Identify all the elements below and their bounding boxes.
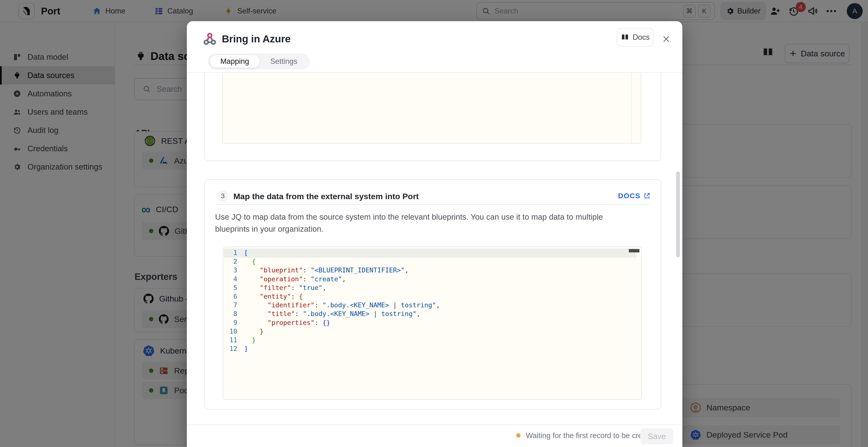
line-number: 10 bbox=[223, 327, 244, 336]
modal-scroll-area: 3 Map the data from the external system … bbox=[187, 73, 682, 424]
modal-title: Bring in Azure bbox=[222, 31, 290, 47]
jq-mapping-editor[interactable]: 1[2 {3 "blueprint": "<BLUEPRINT_IDENTIFI… bbox=[223, 247, 642, 400]
line-content: "blueprint": "<BLUEPRINT_IDENTIFIER>", bbox=[244, 266, 409, 275]
tab-settings[interactable]: Settings bbox=[260, 55, 308, 68]
footer-status-text: Waiting for the first record to be creat… bbox=[526, 431, 657, 440]
step-heading: Map the data from the external system in… bbox=[234, 192, 419, 201]
line-number: 9 bbox=[223, 318, 244, 327]
bring-in-azure-modal: Bring in Azure Docs Mapping Settings 3 M… bbox=[187, 21, 682, 447]
line-content: } bbox=[244, 336, 256, 344]
status-dot-orange bbox=[516, 433, 521, 438]
line-content: "identifier": ".body.<KEY_NAME> | tostri… bbox=[244, 301, 440, 309]
line-content: ] bbox=[244, 344, 248, 353]
code-line: 9 "properties": {} bbox=[223, 318, 641, 327]
external-link-icon bbox=[643, 192, 651, 199]
code-line: 10 } bbox=[223, 327, 641, 336]
line-number: 6 bbox=[223, 292, 244, 301]
line-number: 7 bbox=[223, 301, 244, 309]
step-number: 3 bbox=[217, 190, 228, 202]
modal-scrollbar-thumb[interactable] bbox=[676, 171, 680, 257]
code-line: 12] bbox=[223, 344, 641, 353]
line-content: "properties": {} bbox=[244, 318, 330, 327]
code-line: 11 } bbox=[223, 336, 641, 344]
line-content: [ bbox=[244, 248, 248, 257]
step-3-card: 3 Map the data from the external system … bbox=[205, 179, 661, 409]
modal-footer: Waiting for the first record to be creat… bbox=[187, 424, 682, 447]
line-number: 4 bbox=[223, 275, 244, 283]
book-icon bbox=[621, 33, 629, 42]
modal-tabs: Mapping Settings bbox=[208, 54, 310, 69]
line-content: "filter": "true", bbox=[244, 283, 326, 292]
line-number: 12 bbox=[223, 344, 244, 353]
code-line: 8 "title": ".body.<KEY_NAME> | tostring"… bbox=[223, 309, 641, 318]
line-number: 11 bbox=[223, 336, 244, 344]
tab-mapping[interactable]: Mapping bbox=[210, 55, 260, 68]
step-divider bbox=[215, 204, 651, 205]
line-number: 2 bbox=[223, 257, 244, 266]
code-line: 7 "identifier": ".body.<KEY_NAME> | tost… bbox=[223, 301, 641, 309]
step-docs-link[interactable]: DOCS bbox=[618, 192, 651, 200]
docs-link-label: DOCS bbox=[618, 192, 641, 200]
save-button[interactable]: Save bbox=[641, 428, 673, 444]
code-line: 6 "entity": { bbox=[223, 292, 641, 301]
code-line: 2 { bbox=[223, 257, 641, 266]
code-line: 5 "filter": "true", bbox=[223, 283, 641, 292]
code-line: 4 "operation": "create", bbox=[223, 275, 641, 283]
screen: Port Home Catalog Self-service ⌘ K Build… bbox=[0, 0, 868, 447]
line-content: "title": ".body.<KEY_NAME> | tostring", bbox=[244, 309, 421, 318]
line-content: } bbox=[244, 327, 264, 336]
code-lines: 1[2 {3 "blueprint": "<BLUEPRINT_IDENTIFI… bbox=[223, 248, 641, 353]
line-content: { bbox=[244, 257, 256, 266]
previous-code-editor[interactable] bbox=[222, 73, 641, 143]
line-content: "operation": "create", bbox=[244, 275, 346, 283]
close-icon[interactable] bbox=[661, 34, 671, 44]
line-content: "entity": { bbox=[244, 292, 303, 301]
docs-button[interactable]: Docs bbox=[617, 28, 653, 47]
code-line: 3 "blueprint": "<BLUEPRINT_IDENTIFIER>", bbox=[223, 266, 641, 275]
code-line: 1[ bbox=[223, 248, 641, 257]
line-number: 3 bbox=[223, 266, 244, 275]
webhook-icon bbox=[202, 31, 217, 47]
step-description: Use JQ to map data from the source syste… bbox=[215, 211, 640, 235]
line-number: 5 bbox=[223, 283, 244, 292]
line-number: 1 bbox=[223, 248, 244, 257]
editor-scroll-track bbox=[631, 73, 632, 143]
docs-button-label: Docs bbox=[633, 33, 650, 42]
line-number: 8 bbox=[223, 309, 244, 318]
